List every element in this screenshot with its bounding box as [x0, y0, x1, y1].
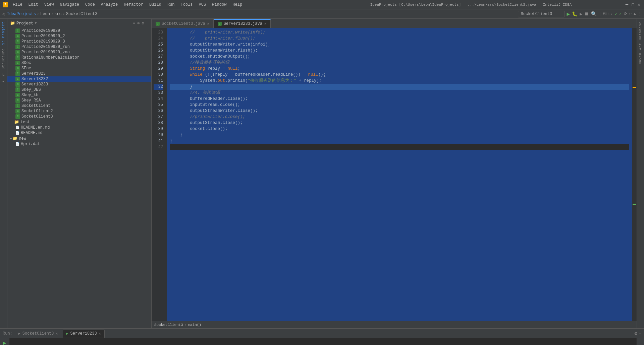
search-button[interactable]: 🔍 — [591, 11, 597, 17]
left-sidebar: 1: Project 2: Structure ★ — [0, 19, 7, 328]
settings-icon[interactable]: ⚙ — [142, 21, 144, 26]
code-line-38: outputStream.close(); — [170, 120, 629, 126]
code-line-31: System.out.println("接收服务器的信息为：" + reply)… — [170, 78, 629, 84]
tree-item-readme-en[interactable]: 📄README.en.md — [7, 125, 151, 130]
tree-item-senc[interactable]: CSEnc — [7, 66, 151, 71]
tab-socketclient3[interactable]: C SocketClient3.java ✕ — [152, 19, 214, 28]
java-file-icon: C — [15, 93, 20, 97]
run-button[interactable]: ▶ — [567, 11, 570, 17]
tree-item-skeykb[interactable]: CSkey_kb — [7, 92, 151, 98]
tree-item-test[interactable]: 📁test — [7, 119, 151, 125]
run-tab-label-active: Server18233 — [70, 331, 97, 336]
breadcrumb-src[interactable]: src — [54, 12, 62, 16]
breadcrumb-sep3: › — [63, 12, 65, 16]
tree-item-socketclient3[interactable]: CSocketClient3 — [7, 114, 151, 119]
tree-item-sdec[interactable]: CSDec — [7, 60, 151, 66]
breadcrumb-arrow: › — [184, 323, 187, 327]
debug-button[interactable]: 🐛 — [572, 11, 578, 17]
tree-item-rational[interactable]: CRationalNumberCalculator — [7, 55, 151, 60]
breadcrumb-project[interactable]: IdeaProjects — [7, 12, 36, 16]
breadcrumb-sep1: › — [37, 12, 39, 16]
menu-refactor[interactable]: Refactor — [121, 2, 146, 8]
run-config-dropdown[interactable]: SocketClient3 — [518, 11, 565, 17]
collapse-all-icon[interactable]: ≡ — [133, 21, 135, 26]
sidebar-structure-icon[interactable]: 2: Structure — [1, 47, 6, 78]
git-checkmark2[interactable]: ✓ — [619, 11, 622, 16]
maximize-button[interactable]: ❐ — [631, 2, 635, 7]
sidebar-maven-label[interactable]: Maven — [638, 51, 643, 66]
menu-file[interactable]: File — [10, 2, 25, 8]
menu-window[interactable]: Window — [209, 2, 229, 8]
locate-file-icon[interactable]: ⊕ — [137, 21, 140, 26]
code-line-26: outputStreamWriter.flush(); — [170, 48, 629, 54]
code-editor: 23 24 25 26 27 28 29 30 31 32 33 34 35 3… — [152, 28, 637, 321]
stop-button[interactable]: ⏹ — [584, 11, 589, 17]
sidebar-project-icon[interactable]: 1: Project — [1, 20, 6, 46]
code-line-29: String reply = null; — [170, 66, 629, 72]
breadcrumb-leon[interactable]: Leon — [40, 12, 50, 16]
menu-build[interactable]: Build — [147, 2, 164, 8]
tree-item-practice3[interactable]: CPractice20190929_3 — [7, 39, 151, 44]
tab-close-icon[interactable]: ✕ — [264, 22, 266, 26]
git-push[interactable]: ▲ — [634, 12, 636, 16]
breadcrumb-main[interactable]: main() — [188, 323, 201, 327]
tree-item-skeydes[interactable]: CSkey_DES — [7, 87, 151, 92]
run-tab-server18233[interactable]: ▶ Server18233 ✕ — [63, 330, 105, 338]
menu-analyze[interactable]: Analyze — [98, 2, 120, 8]
tree-item-practice-zoo[interactable]: CPractice20190929_zoo — [7, 50, 151, 55]
project-panel-header: 📁 Project ▼ ≡ ⊕ ⚙ – — [7, 19, 151, 28]
java-file-icon: C — [15, 45, 20, 49]
sidebar-database-label[interactable]: Database — [638, 20, 643, 42]
sidebar-ant-label[interactable]: Ant — [638, 42, 643, 51]
git-revert[interactable]: ↩ — [629, 11, 632, 16]
tree-item-socketclient2[interactable]: CSocketClient2 — [7, 109, 151, 114]
tree-item-socketclient[interactable]: CSocketClient — [7, 103, 151, 109]
tab-close-icon[interactable]: ✕ — [207, 22, 209, 26]
app-icon: I — [3, 2, 8, 7]
breadcrumb-socketclient3[interactable]: SocketClient3 — [154, 323, 183, 327]
menu-edit[interactable]: Edit — [26, 2, 41, 8]
chevron-down-icon[interactable]: ▼ — [35, 21, 37, 25]
breadcrumb-file[interactable]: SocketClient3 — [66, 12, 98, 16]
menu-run[interactable]: Run — [165, 2, 177, 8]
menu-tools[interactable]: Tools — [178, 2, 196, 8]
git-checkmark1[interactable]: ✓ — [615, 11, 617, 16]
tab-server18233[interactable]: C Server18233.java ✕ — [214, 19, 271, 28]
menu-code[interactable]: Code — [83, 2, 98, 8]
hide-icon[interactable]: – — [146, 21, 149, 26]
sidebar-favorites-icon[interactable]: ★ — [1, 78, 6, 85]
run-minimize-icon[interactable]: – — [639, 331, 641, 336]
menu-navigate[interactable]: Navigate — [57, 2, 82, 8]
run-tab-close-icon[interactable]: ✕ — [99, 332, 101, 336]
tree-item-server18233[interactable]: CServer18233 — [7, 82, 151, 87]
run-coverage-button[interactable]: ▶ — [580, 11, 582, 17]
tree-item-practice2[interactable]: CPractice20190929_2 — [7, 33, 151, 39]
tree-item-practice1[interactable]: CPractice20190929 — [7, 28, 151, 33]
right-sidebar: Database Ant Maven — [637, 19, 644, 328]
tree-item-practice-run[interactable]: CPractice20190929_run — [7, 44, 151, 50]
run-green-icon[interactable]: ▶ — [1, 340, 8, 345]
minimize-button[interactable]: ─ — [625, 2, 629, 7]
tree-item-new-folder[interactable]: ▶📁new — [7, 136, 151, 141]
tree-item-skeyrsa[interactable]: CSkey_RSA — [7, 98, 151, 103]
tree-item-readme[interactable]: 📄README.md — [7, 130, 151, 136]
breadcrumb-bar: SocketClient3 › main() — [152, 321, 637, 328]
java-file-icon: C — [15, 109, 20, 114]
run-tab-close-icon[interactable]: ✕ — [56, 332, 58, 336]
menu-vcs[interactable]: VCS — [196, 2, 209, 8]
tree-item-server1823[interactable]: CServer1823 — [7, 71, 151, 76]
tree-item-server18232[interactable]: CServer18232 — [7, 76, 151, 82]
java-file-icon: C — [15, 55, 20, 60]
run-left-tools: ▶ ■ ⟳ 📋 ⊞ ⊟ — [0, 338, 9, 345]
scrollbar-indicator[interactable] — [632, 28, 637, 321]
code-content[interactable]: // printWriter.write(info); // printWrit… — [167, 28, 632, 321]
menu-view[interactable]: View — [42, 2, 57, 8]
tree-item-apri[interactable]: 📄Apri.dat — [7, 141, 151, 147]
git-more[interactable]: ⋮ — [638, 11, 642, 16]
close-button[interactable]: ✕ — [637, 2, 641, 7]
nav-back-icon[interactable]: ◁ — [2, 11, 5, 17]
run-tab-socketclient3[interactable]: ▶ SocketClient3 ✕ — [15, 330, 61, 338]
git-history[interactable]: ⟳ — [624, 11, 627, 16]
menu-help[interactable]: Help — [230, 2, 245, 8]
run-settings-icon[interactable]: ⚙ — [634, 331, 637, 336]
